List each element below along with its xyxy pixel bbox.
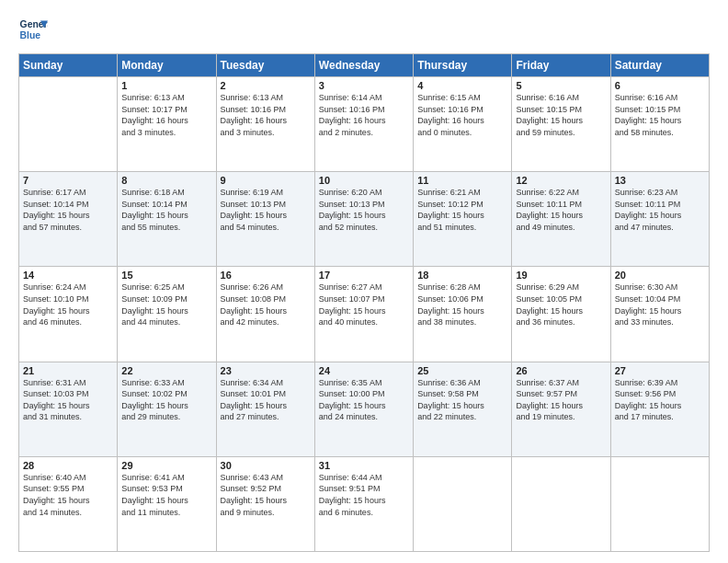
day-cell: 17Sunrise: 6:27 AMSunset: 10:07 PMDaylig… xyxy=(314,267,413,362)
day-cell: 27Sunrise: 6:39 AMSunset: 9:56 PMDayligh… xyxy=(610,362,709,456)
day-info: Sunrise: 6:41 AMSunset: 9:53 PMDaylight:… xyxy=(121,472,211,518)
weekday-header-friday: Friday xyxy=(512,54,610,77)
day-info: Sunrise: 6:31 AMSunset: 10:03 PMDaylight… xyxy=(23,377,113,423)
day-cell xyxy=(610,456,709,551)
day-info: Sunrise: 6:36 AMSunset: 9:58 PMDaylight:… xyxy=(417,377,507,423)
day-cell: 8Sunrise: 6:18 AMSunset: 10:14 PMDayligh… xyxy=(118,172,216,267)
day-info: Sunrise: 6:34 AMSunset: 10:01 PMDaylight… xyxy=(221,377,311,423)
day-cell: 26Sunrise: 6:37 AMSunset: 9:57 PMDayligh… xyxy=(512,362,610,456)
day-cell xyxy=(414,456,512,551)
day-number: 17 xyxy=(319,270,409,281)
day-cell: 29Sunrise: 6:41 AMSunset: 9:53 PMDayligh… xyxy=(118,456,216,551)
day-cell: 25Sunrise: 6:36 AMSunset: 9:58 PMDayligh… xyxy=(414,362,512,456)
day-number: 7 xyxy=(23,175,113,186)
day-cell: 1Sunrise: 6:13 AMSunset: 10:17 PMDayligh… xyxy=(118,77,216,172)
day-cell: 15Sunrise: 6:25 AMSunset: 10:09 PMDaylig… xyxy=(118,267,216,362)
week-row-2: 7Sunrise: 6:17 AMSunset: 10:14 PMDayligh… xyxy=(19,172,710,267)
day-cell: 6Sunrise: 6:16 AMSunset: 10:15 PMDayligh… xyxy=(610,77,709,172)
day-cell: 28Sunrise: 6:40 AMSunset: 9:55 PMDayligh… xyxy=(19,456,118,551)
day-info: Sunrise: 6:26 AMSunset: 10:08 PMDaylight… xyxy=(221,282,311,327)
day-number: 27 xyxy=(615,365,705,376)
day-number: 2 xyxy=(221,80,311,91)
header: General Blue xyxy=(18,15,710,44)
day-number: 13 xyxy=(615,175,705,186)
day-info: Sunrise: 6:28 AMSunset: 10:06 PMDaylight… xyxy=(417,282,507,327)
day-number: 31 xyxy=(319,460,409,471)
day-number: 19 xyxy=(516,270,606,281)
day-cell: 16Sunrise: 6:26 AMSunset: 10:08 PMDaylig… xyxy=(216,267,314,362)
day-number: 20 xyxy=(615,270,705,281)
day-info: Sunrise: 6:14 AMSunset: 10:16 PMDaylight… xyxy=(319,92,409,138)
day-info: Sunrise: 6:30 AMSunset: 10:04 PMDaylight… xyxy=(615,282,705,327)
day-cell: 20Sunrise: 6:30 AMSunset: 10:04 PMDaylig… xyxy=(610,267,709,362)
day-info: Sunrise: 6:18 AMSunset: 10:14 PMDaylight… xyxy=(121,187,211,233)
weekday-header-wednesday: Wednesday xyxy=(314,54,413,77)
week-row-4: 21Sunrise: 6:31 AMSunset: 10:03 PMDaylig… xyxy=(19,362,710,456)
day-number: 28 xyxy=(23,460,113,471)
logo-icon: General Blue xyxy=(18,15,48,44)
day-cell: 22Sunrise: 6:33 AMSunset: 10:02 PMDaylig… xyxy=(118,362,216,456)
day-number: 12 xyxy=(516,175,606,186)
day-number: 30 xyxy=(221,460,311,471)
day-info: Sunrise: 6:27 AMSunset: 10:07 PMDaylight… xyxy=(319,282,409,327)
day-info: Sunrise: 6:40 AMSunset: 9:55 PMDaylight:… xyxy=(23,472,113,518)
day-cell: 9Sunrise: 6:19 AMSunset: 10:13 PMDayligh… xyxy=(216,172,314,267)
week-row-1: 1Sunrise: 6:13 AMSunset: 10:17 PMDayligh… xyxy=(19,77,710,172)
day-cell xyxy=(512,456,610,551)
day-cell: 12Sunrise: 6:22 AMSunset: 10:11 PMDaylig… xyxy=(512,172,610,267)
day-info: Sunrise: 6:13 AMSunset: 10:17 PMDaylight… xyxy=(121,92,211,138)
day-number: 8 xyxy=(121,175,211,186)
day-number: 23 xyxy=(221,365,311,376)
day-cell: 2Sunrise: 6:13 AMSunset: 10:16 PMDayligh… xyxy=(216,77,314,172)
day-cell: 7Sunrise: 6:17 AMSunset: 10:14 PMDayligh… xyxy=(19,172,118,267)
day-number: 16 xyxy=(221,270,311,281)
day-cell: 19Sunrise: 6:29 AMSunset: 10:05 PMDaylig… xyxy=(512,267,610,362)
day-number: 26 xyxy=(516,365,606,376)
day-info: Sunrise: 6:33 AMSunset: 10:02 PMDaylight… xyxy=(121,377,211,423)
day-number: 21 xyxy=(23,365,113,376)
day-info: Sunrise: 6:37 AMSunset: 9:57 PMDaylight:… xyxy=(516,377,606,423)
calendar-table: SundayMondayTuesdayWednesdayThursdayFrid… xyxy=(18,53,710,552)
day-info: Sunrise: 6:39 AMSunset: 9:56 PMDaylight:… xyxy=(615,377,705,423)
day-info: Sunrise: 6:16 AMSunset: 10:15 PMDaylight… xyxy=(615,92,705,138)
day-number: 6 xyxy=(615,80,705,91)
day-number: 10 xyxy=(319,175,409,186)
day-info: Sunrise: 6:24 AMSunset: 10:10 PMDaylight… xyxy=(23,282,113,327)
day-cell: 14Sunrise: 6:24 AMSunset: 10:10 PMDaylig… xyxy=(19,267,118,362)
day-cell: 4Sunrise: 6:15 AMSunset: 10:16 PMDayligh… xyxy=(414,77,512,172)
week-row-3: 14Sunrise: 6:24 AMSunset: 10:10 PMDaylig… xyxy=(19,267,710,362)
day-info: Sunrise: 6:17 AMSunset: 10:14 PMDaylight… xyxy=(23,187,113,233)
weekday-header-thursday: Thursday xyxy=(414,54,512,77)
day-info: Sunrise: 6:43 AMSunset: 9:52 PMDaylight:… xyxy=(221,472,311,518)
weekday-header-sunday: Sunday xyxy=(19,54,118,77)
day-cell: 21Sunrise: 6:31 AMSunset: 10:03 PMDaylig… xyxy=(19,362,118,456)
weekday-header-row: SundayMondayTuesdayWednesdayThursdayFrid… xyxy=(19,54,710,77)
day-number: 3 xyxy=(319,80,409,91)
day-number: 15 xyxy=(121,270,211,281)
week-row-5: 28Sunrise: 6:40 AMSunset: 9:55 PMDayligh… xyxy=(19,456,710,551)
day-cell: 10Sunrise: 6:20 AMSunset: 10:13 PMDaylig… xyxy=(314,172,413,267)
day-info: Sunrise: 6:44 AMSunset: 9:51 PMDaylight:… xyxy=(319,472,409,518)
day-number: 5 xyxy=(516,80,606,91)
day-cell: 13Sunrise: 6:23 AMSunset: 10:11 PMDaylig… xyxy=(610,172,709,267)
day-cell: 3Sunrise: 6:14 AMSunset: 10:16 PMDayligh… xyxy=(314,77,413,172)
day-info: Sunrise: 6:22 AMSunset: 10:11 PMDaylight… xyxy=(516,187,606,233)
logo: General Blue xyxy=(18,15,48,44)
day-cell: 5Sunrise: 6:16 AMSunset: 10:15 PMDayligh… xyxy=(512,77,610,172)
day-info: Sunrise: 6:15 AMSunset: 10:16 PMDaylight… xyxy=(417,92,507,138)
day-info: Sunrise: 6:25 AMSunset: 10:09 PMDaylight… xyxy=(121,282,211,327)
day-info: Sunrise: 6:16 AMSunset: 10:15 PMDaylight… xyxy=(516,92,606,138)
svg-text:Blue: Blue xyxy=(20,30,41,40)
day-cell: 23Sunrise: 6:34 AMSunset: 10:01 PMDaylig… xyxy=(216,362,314,456)
day-info: Sunrise: 6:29 AMSunset: 10:05 PMDaylight… xyxy=(516,282,606,327)
day-number: 25 xyxy=(417,365,507,376)
day-cell: 18Sunrise: 6:28 AMSunset: 10:06 PMDaylig… xyxy=(414,267,512,362)
day-info: Sunrise: 6:23 AMSunset: 10:11 PMDaylight… xyxy=(615,187,705,233)
weekday-header-monday: Monday xyxy=(118,54,216,77)
weekday-header-saturday: Saturday xyxy=(610,54,709,77)
day-number: 1 xyxy=(121,80,211,91)
day-cell: 30Sunrise: 6:43 AMSunset: 9:52 PMDayligh… xyxy=(216,456,314,551)
day-number: 4 xyxy=(417,80,507,91)
day-number: 14 xyxy=(23,270,113,281)
day-info: Sunrise: 6:20 AMSunset: 10:13 PMDaylight… xyxy=(319,187,409,233)
